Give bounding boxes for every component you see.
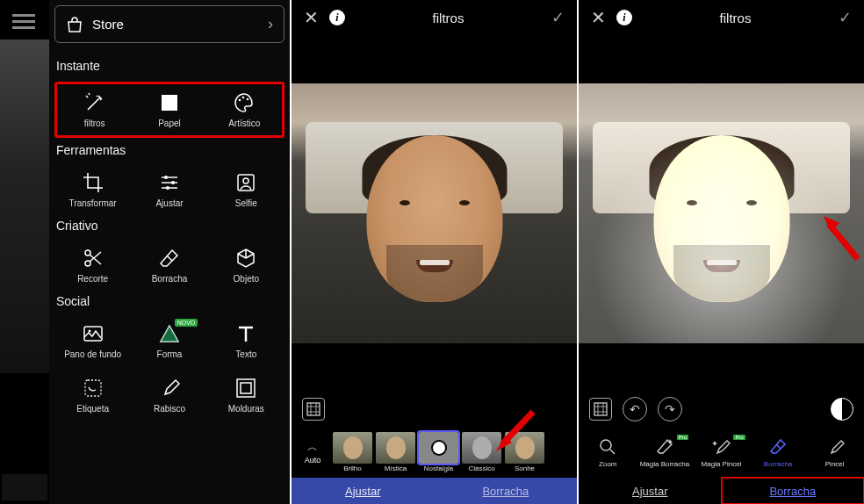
tab-borracha[interactable]: Borracha: [435, 478, 578, 504]
tool-objeto[interactable]: Objeto: [211, 247, 281, 284]
tool-etiqueta[interactable]: Etiqueta: [58, 377, 128, 414]
crop-icon: [82, 171, 104, 194]
tool-borracha-selected[interactable]: Borracha: [752, 436, 804, 468]
brush-icon: [158, 377, 181, 400]
confirm-icon[interactable]: ✓: [551, 8, 565, 27]
text-icon: [234, 322, 257, 345]
header-title: filtros: [643, 11, 828, 25]
tab-ajustar[interactable]: Ajustar: [579, 478, 722, 504]
social-grid: Pano de fundo NOVO Forma Texto: [54, 317, 284, 364]
tool-label: Objeto: [234, 274, 259, 284]
filter-strip[interactable]: ︿ Auto Brilho Mística Nostalgia Clássico…: [292, 427, 577, 478]
criativo-grid: Recorte Borracha Objeto: [54, 241, 284, 289]
panel3-bottom-tabs: Ajustar Borracha: [579, 478, 864, 504]
instante-grid: filtros Papel Artístico: [54, 82, 284, 138]
photo-canvas[interactable]: [579, 35, 864, 392]
tool-label: Papel: [158, 119, 181, 128]
confirm-icon[interactable]: ✓: [839, 8, 852, 27]
tool-label: Transformar: [69, 198, 117, 208]
tool-filtros[interactable]: filtros: [60, 91, 130, 128]
filter-nostalgia[interactable]: Nostalgia: [418, 432, 459, 472]
svg-rect-13: [85, 380, 101, 396]
tool-transformar[interactable]: Transformar: [58, 171, 128, 208]
palette-icon: [233, 91, 256, 114]
wand-icon: [83, 91, 106, 114]
tool-label: Texto: [235, 349, 256, 359]
panel3-toolbar: ↶ ↷: [579, 392, 864, 427]
close-icon[interactable]: ✕: [304, 7, 319, 28]
eraser-strip: Zoom Pro Magia Borracha Pro Magia Pincel…: [579, 427, 864, 478]
pro-badge: Pro: [677, 435, 688, 440]
close-icon[interactable]: ✕: [591, 7, 606, 28]
crop-square-button[interactable]: [302, 398, 325, 421]
undo-button[interactable]: ↶: [623, 397, 647, 421]
tool-label: Molduras: [228, 404, 264, 414]
tool-magia-borracha[interactable]: Pro Magia Borracha: [639, 436, 691, 468]
brush-icon: [824, 436, 846, 457]
store-label: Store: [92, 17, 124, 32]
tool-label: Recorte: [77, 274, 108, 284]
svg-rect-15: [241, 383, 251, 393]
magic-eraser-icon: [654, 436, 675, 457]
svg-point-2: [242, 97, 245, 99]
novo-badge: NOVO: [175, 319, 198, 327]
chevron-up-icon: ︿: [307, 440, 318, 455]
svg-point-1: [239, 99, 241, 102]
tool-label: Borracha: [152, 274, 188, 284]
tab-borracha-highlighted[interactable]: Borracha: [722, 478, 865, 504]
header-title: filtros: [356, 11, 541, 25]
svg-point-6: [166, 186, 169, 190]
tool-label: Selfie: [235, 198, 257, 208]
redo-button[interactable]: ↷: [658, 397, 682, 421]
tool-ajustar[interactable]: Ajustar: [134, 171, 205, 208]
tool-forma[interactable]: NOVO Forma: [134, 322, 205, 359]
photo-canvas[interactable]: [292, 35, 577, 392]
tool-molduras[interactable]: Molduras: [211, 377, 281, 414]
svg-rect-0: [162, 95, 177, 111]
tool-selfie[interactable]: Selfie: [211, 171, 281, 208]
filter-classico[interactable]: Clássico: [461, 432, 502, 472]
tool-recorte[interactable]: Recorte: [58, 247, 128, 284]
frame-icon: [234, 377, 257, 400]
svg-point-12: [88, 330, 90, 333]
tool-artistico[interactable]: Artístico: [209, 91, 279, 128]
filter-mistica[interactable]: Mística: [375, 432, 416, 472]
tool-magia-pincel[interactable]: Pro Magia Pincel: [695, 436, 747, 468]
paper-icon: [158, 91, 181, 114]
svg-rect-17: [594, 403, 607, 415]
section-instante-title: Instante: [54, 54, 284, 82]
tool-label: Artístico: [228, 119, 260, 128]
hamburger-menu[interactable]: [0, 0, 49, 43]
tool-rabisco[interactable]: Rabisco: [134, 377, 205, 414]
cube-icon: [234, 247, 257, 270]
bag-icon: [66, 17, 83, 32]
crop-square-button[interactable]: [589, 398, 612, 421]
svg-point-5: [171, 181, 175, 184]
compare-icon[interactable]: [831, 398, 853, 421]
tool-label: Ajustar: [155, 198, 183, 208]
extra-grid: Etiqueta Rabisco Molduras: [54, 371, 284, 419]
section-ferramentas-title: Ferramentas: [54, 138, 284, 166]
svg-point-18: [601, 440, 611, 450]
svg-point-8: [243, 178, 248, 184]
info-icon[interactable]: i: [329, 10, 345, 25]
filter-brilho[interactable]: Brilho: [332, 432, 373, 472]
sliders-icon: [158, 171, 181, 194]
tab-ajustar[interactable]: Ajustar: [292, 478, 435, 504]
tool-pincel[interactable]: Pincel: [809, 436, 860, 468]
store-button[interactable]: Store ›: [54, 5, 284, 43]
tool-label: Pano de fundo: [64, 349, 121, 359]
tool-zoom[interactable]: Zoom: [582, 436, 634, 468]
ferramentas-grid: Transformar Ajustar Selfie: [54, 166, 284, 213]
svg-rect-7: [238, 175, 254, 191]
tool-label: Rabisco: [154, 404, 185, 414]
filter-sonhe[interactable]: Sonhe: [504, 432, 545, 472]
svg-point-3: [247, 98, 249, 101]
auto-tab[interactable]: ︿ Auto: [295, 440, 330, 464]
tool-pano-fundo[interactable]: Pano de fundo: [58, 322, 128, 359]
svg-point-4: [164, 176, 168, 179]
tool-texto[interactable]: Texto: [211, 322, 281, 359]
info-icon[interactable]: i: [616, 10, 632, 25]
tool-papel[interactable]: Papel: [134, 91, 205, 128]
tool-borracha[interactable]: Borracha: [134, 247, 205, 284]
